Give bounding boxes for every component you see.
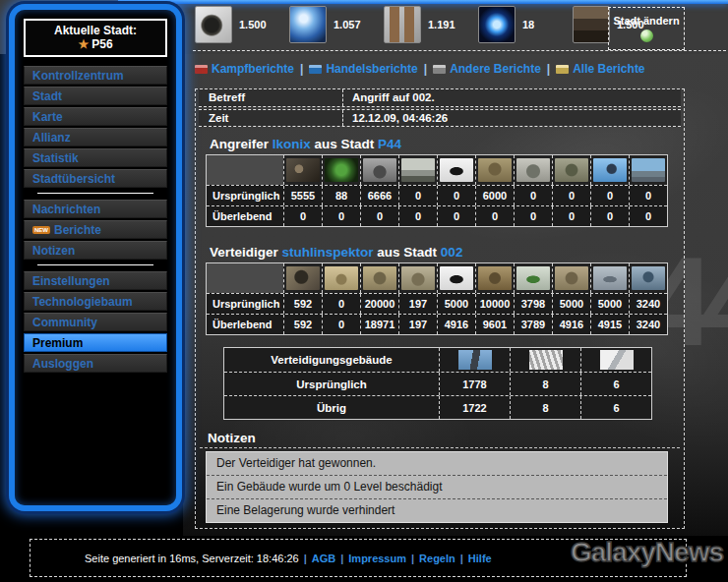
footer-separator: | — [411, 553, 414, 564]
unit-jet-icon — [632, 266, 665, 290]
unit-count: 20000 — [360, 294, 398, 314]
unit-count: 3240 — [629, 315, 667, 334]
tab-label: Andere Berichte — [450, 62, 541, 76]
tab-separator: | — [424, 62, 427, 76]
defender-row-ursprunglich: Ursprünglich 592020000197500010000379850… — [207, 293, 667, 314]
sidebar-divider — [37, 193, 153, 194]
unit-count: 0 — [475, 206, 514, 226]
unit-spider-drone-icon — [440, 158, 473, 182]
attacker-row-ursprunglich: Ursprünglich 55558866660060000000 — [207, 185, 667, 205]
envelope-icon — [195, 65, 208, 74]
building-count: 8 — [510, 373, 580, 395]
main-content-area: 44 Kampfberichte | Handelsberichte | And… — [183, 54, 728, 536]
sidebar-item-kontrollzentrum[interactable]: Kontrollzentrum — [24, 66, 167, 85]
buildings-title: Verteidigungsgebäude — [224, 348, 439, 372]
unit-soldier-icon — [286, 158, 320, 182]
unit-count: 5555 — [283, 186, 322, 205]
defender-heading: Verteidiger stuhlinspektor aus Stadt 002 — [210, 245, 684, 260]
current-city-name: P56 — [91, 37, 112, 51]
city-star-icon: ★ — [78, 37, 89, 51]
building-bunker-icon — [600, 350, 634, 370]
row-label: Überlebend — [207, 206, 283, 226]
unit-count: 0 — [283, 206, 322, 226]
unit-hovercraft-icon — [593, 266, 627, 290]
energy-icon — [478, 6, 516, 43]
building-count: 6 — [580, 396, 651, 419]
defender-name-link[interactable]: stuhlinspektor — [282, 245, 374, 260]
crystal-icon — [289, 6, 327, 43]
sidebar-item-notizen[interactable]: Notizen — [24, 241, 167, 260]
sidebar-item-ausloggen[interactable]: Ausloggen — [24, 354, 167, 373]
unit-count: 10000 — [475, 294, 514, 314]
sidebar-item-technologiebaum[interactable]: Technologiebaum — [24, 292, 167, 311]
meta-row-betreff: Betreff Angriff auf 002. — [199, 89, 681, 107]
tab-handelsberichte[interactable]: Handelsberichte — [309, 62, 417, 76]
footer-info: Seite generiert in 16ms, Serverzeit: 18:… — [85, 553, 299, 564]
globe-icon — [640, 29, 653, 42]
building-row-ursprunglich: Ursprünglich 1778 8 6 — [224, 372, 651, 395]
sidebar-item-premium[interactable]: Premium — [24, 333, 167, 352]
sidebar-item-nachrichten[interactable]: Nachrichten — [24, 200, 167, 218]
top-border-glow — [118, 0, 728, 4]
unit-count: 3789 — [514, 315, 552, 334]
unit-count: 592 — [283, 294, 322, 314]
footer-link-regeln[interactable]: Regeln — [419, 553, 455, 564]
current-city-box: Aktuelle Stadt: ★P56 — [24, 19, 167, 57]
building-radar-icon — [529, 350, 563, 370]
sidebar-item-stadtubersicht[interactable]: Stadtübersicht — [24, 169, 167, 188]
ore-icon — [195, 6, 232, 43]
city-icon — [573, 6, 610, 43]
unit-light-tank-icon — [401, 158, 435, 182]
tab-andere-berichte[interactable]: Andere Berichte — [433, 62, 541, 76]
unit-count: 0 — [437, 186, 475, 205]
unit-rifleman-icon — [286, 266, 320, 290]
unit-count: 0 — [322, 294, 360, 314]
attacker-city-link[interactable]: P44 — [378, 137, 401, 151]
sidebar-item-allianz[interactable]: Allianz — [24, 128, 167, 146]
defender-city-link[interactable]: 002 — [441, 245, 463, 260]
building-header-row: Verteidigungsgebäude — [224, 348, 651, 372]
footer-separator: | — [304, 553, 307, 564]
unit-count: 0 — [552, 186, 590, 205]
sidebar-item-karte[interactable]: Karte — [24, 107, 167, 126]
unit-count: 0 — [514, 206, 552, 226]
tab-label: Kampfberichte — [212, 62, 294, 76]
unit-count: 0 — [360, 206, 398, 226]
envelope-icon — [556, 65, 569, 74]
fuel-icon — [384, 6, 421, 43]
sidebar-item-einstellungen[interactable]: Einstellungen — [24, 271, 167, 290]
footer-separator: | — [340, 553, 343, 564]
unit-truck-icon — [363, 266, 396, 290]
battle-report: Betreff Angriff auf 002. Zeit 12.12.09, … — [195, 88, 685, 529]
unit-heavy-tank-icon — [555, 266, 588, 290]
notes-heading: Notizen — [200, 431, 680, 448]
sidebar: Aktuelle Stadt: ★P56 Kontrollzentrum Sta… — [9, 4, 182, 511]
sidebar-item-statistik[interactable]: Statistik — [24, 148, 167, 167]
unit-count: 5000 — [552, 294, 590, 314]
envelope-icon — [309, 65, 322, 74]
sidebar-item-community[interactable]: Community — [24, 313, 167, 331]
footer-link-agb[interactable]: AGB — [312, 553, 335, 564]
unit-count: 0 — [322, 206, 360, 226]
unit-desert-tank-icon — [478, 158, 512, 182]
sidebar-item-stadt[interactable]: Stadt — [24, 87, 167, 105]
row-label: Überlebend — [207, 315, 283, 334]
sidebar-item-berichte[interactable]: NEWBerichte — [24, 220, 167, 239]
resource-list: 1.500 1.057 1.191 18 1.500 — [195, 6, 660, 43]
unit-bomber-icon — [632, 158, 665, 182]
row-label: Ursprünglich — [207, 186, 283, 205]
meta-row-zeit: Zeit 12.12.09, 04:46:26 — [199, 109, 681, 127]
footer-link-hilfe[interactable]: Hilfe — [468, 553, 492, 564]
change-city-button[interactable]: Stadt ändern — [608, 7, 685, 50]
tab-kampfberichte[interactable]: Kampfberichte — [195, 62, 294, 76]
envelope-icon — [433, 65, 446, 74]
attacker-name-link[interactable]: Ikonix — [273, 137, 311, 151]
change-city-label: Stadt ändern — [613, 15, 679, 27]
attacker-units-table: Ursprünglich 55558866660060000000 Überle… — [206, 154, 668, 227]
footer-link-impressum[interactable]: Impressum — [348, 553, 406, 564]
building-count: 1778 — [439, 373, 510, 395]
unit-count: 5000 — [437, 294, 475, 314]
attacker-connector: aus Stadt — [315, 137, 375, 151]
tab-alle-berichte[interactable]: Alle Berichte — [556, 62, 644, 76]
unit-icon-row — [207, 263, 667, 293]
